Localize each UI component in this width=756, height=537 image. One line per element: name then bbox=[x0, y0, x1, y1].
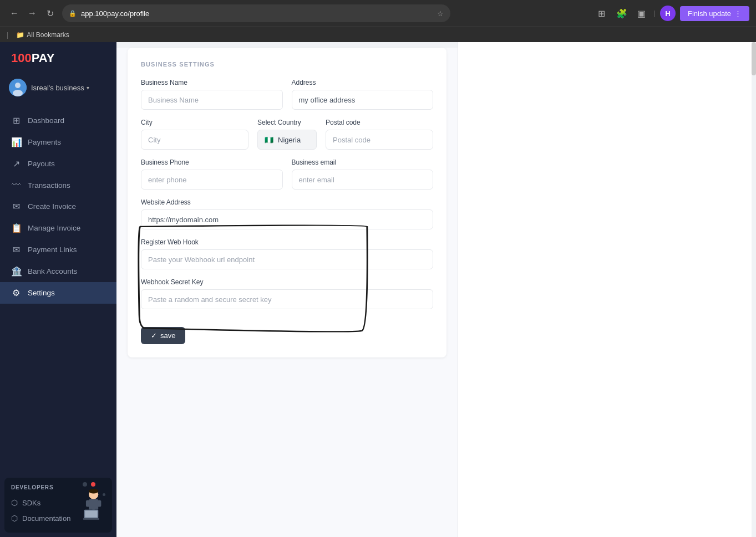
sidebar-item-label: Bank Accounts bbox=[28, 267, 77, 275]
dot-red bbox=[91, 482, 95, 487]
avatar-image bbox=[9, 79, 27, 96]
save-button-wrapper: ✓ save bbox=[141, 318, 433, 344]
main-content: BUSINESS SETTINGS Business Name Address bbox=[116, 42, 458, 537]
extensions-icon[interactable]: ⊞ bbox=[594, 6, 610, 21]
address-input[interactable] bbox=[292, 90, 434, 110]
sidebar-item-label: Settings bbox=[28, 289, 55, 297]
city-input[interactable] bbox=[141, 130, 248, 150]
payouts-icon: ↗ bbox=[11, 158, 21, 169]
sidebar-item-settings[interactable]: ⚙ Settings bbox=[0, 282, 116, 304]
city-group: City bbox=[141, 119, 248, 150]
webhook-group: Register Web Hook bbox=[141, 238, 433, 269]
sidebar-item-label: Dashboard bbox=[28, 116, 64, 125]
sidebar-item-payments[interactable]: 📊 Payments bbox=[0, 131, 116, 153]
business-phone-input[interactable] bbox=[141, 170, 283, 190]
finish-update-chevron: ⋮ bbox=[734, 9, 742, 18]
address-bar[interactable]: 🔒 app.100pay.co/profile ☆ bbox=[62, 4, 450, 22]
bookmarks-bar: | 📁 All Bookmarks bbox=[0, 27, 756, 42]
sidebar-item-transactions[interactable]: 〰 Transactions bbox=[0, 175, 116, 196]
avatar bbox=[9, 79, 27, 96]
city-label: City bbox=[141, 119, 248, 126]
business-email-group: Business email bbox=[292, 158, 434, 190]
svg-rect-10 bbox=[85, 510, 97, 517]
logo-text: 100PAY bbox=[11, 51, 54, 65]
sidebar-toggle-icon[interactable]: ▣ bbox=[634, 6, 650, 21]
scrollbar-track[interactable] bbox=[752, 42, 756, 537]
payments-icon: 📊 bbox=[11, 137, 21, 147]
save-button[interactable]: ✓ save bbox=[141, 327, 185, 344]
sidebar-item-payouts[interactable]: ↗ Payouts bbox=[0, 153, 116, 175]
logo-100: 100 bbox=[11, 51, 32, 65]
website-label: Website Address bbox=[141, 198, 433, 206]
scrollbar-thumb[interactable] bbox=[752, 42, 756, 75]
postal-code-input[interactable] bbox=[326, 130, 433, 150]
sidebar-item-label: Payments bbox=[28, 138, 61, 146]
form-row-1: Business Name Address bbox=[141, 79, 433, 110]
save-label: save bbox=[160, 331, 175, 340]
business-phone-label: Business Phone bbox=[141, 158, 283, 166]
settings-icon: ⚙ bbox=[11, 288, 21, 298]
puzzle-icon[interactable]: 🧩 bbox=[614, 6, 630, 21]
lock-icon: 🔒 bbox=[69, 10, 77, 17]
bookmarks-label: All Bookmarks bbox=[27, 31, 69, 39]
form-row-2: City Select Country 🇳🇬 Nigeria Postal co… bbox=[141, 119, 433, 150]
browser-actions: ⊞ 🧩 ▣ | H Finish update ⋮ bbox=[594, 6, 749, 21]
business-phone-group: Business Phone bbox=[141, 158, 283, 190]
webhook-secret-input[interactable] bbox=[141, 289, 433, 309]
back-button[interactable]: ← bbox=[7, 6, 22, 21]
browser-chrome: ← → ↻ 🔒 app.100pay.co/profile ☆ ⊞ 🧩 ▣ | … bbox=[0, 0, 756, 27]
website-group: Website Address bbox=[141, 198, 433, 229]
postal-code-label: Postal code bbox=[326, 119, 433, 126]
country-label: Select Country bbox=[257, 119, 317, 126]
developers-section: DEVELOPERS ⬡ SDKs ⬡ Documentation bbox=[4, 478, 112, 533]
manage-invoice-icon: 📋 bbox=[11, 223, 21, 233]
form-grid: Business Name Address City bbox=[141, 79, 433, 344]
webhook-label: Register Web Hook bbox=[141, 238, 433, 246]
user-name: Isreal's business ▾ bbox=[31, 84, 89, 92]
sidebar-item-manage-invoice[interactable]: 📋 Manage Invoice bbox=[0, 217, 116, 239]
business-email-label: Business email bbox=[292, 158, 434, 166]
separator: | bbox=[7, 31, 8, 39]
sidebar-item-bank-accounts[interactable]: 🏦 Bank Accounts bbox=[0, 260, 116, 282]
browser-nav-buttons: ← → ↻ bbox=[7, 6, 58, 21]
bookmark-star-icon[interactable]: ☆ bbox=[437, 9, 444, 18]
country-select[interactable]: 🇳🇬 Nigeria bbox=[257, 130, 317, 150]
documentation-icon: ⬡ bbox=[11, 514, 18, 523]
create-invoice-icon: ✉ bbox=[11, 201, 21, 212]
sidebar-item-label: Create Invoice bbox=[28, 202, 76, 211]
sidebar-item-dashboard[interactable]: ⊞ Dashboard bbox=[0, 110, 116, 131]
nav-items: ⊞ Dashboard 📊 Payments ↗ Payouts 〰 Trans… bbox=[0, 105, 116, 473]
user-avatar-browser: H bbox=[660, 6, 676, 21]
url-text: app.100pay.co/profile bbox=[81, 9, 433, 18]
app-layout: 100PAY Isreal's business ▾ ⊞ Dashboard bbox=[0, 42, 756, 537]
address-label: Address bbox=[292, 79, 434, 86]
dot-dark bbox=[83, 482, 87, 487]
webhook-input[interactable] bbox=[141, 249, 433, 269]
all-bookmarks-link[interactable]: 📁 All Bookmarks bbox=[13, 30, 73, 40]
logo-pay: PAY bbox=[32, 51, 55, 65]
forward-button[interactable]: → bbox=[24, 6, 40, 21]
sidebar: 100PAY Isreal's business ▾ ⊞ Dashboard bbox=[0, 42, 116, 537]
business-email-input[interactable] bbox=[292, 170, 434, 190]
country-group: Select Country 🇳🇬 Nigeria bbox=[257, 119, 317, 150]
svg-point-12 bbox=[89, 489, 98, 494]
user-section[interactable]: Isreal's business ▾ bbox=[0, 74, 116, 105]
refresh-button[interactable]: ↻ bbox=[42, 6, 58, 21]
webhook-secret-label: Webhook Secret Key bbox=[141, 278, 433, 286]
finish-update-label: Finish update bbox=[688, 9, 731, 18]
business-name-input[interactable] bbox=[141, 90, 283, 110]
top-spacer bbox=[116, 42, 458, 48]
finish-update-button[interactable]: Finish update ⋮ bbox=[680, 6, 749, 21]
chevron-down-icon: ▾ bbox=[87, 85, 89, 91]
sidebar-item-label: Payment Links bbox=[28, 246, 77, 254]
website-input[interactable] bbox=[141, 209, 433, 229]
dot-small bbox=[103, 493, 105, 496]
sidebar-item-create-invoice[interactable]: ✉ Create Invoice bbox=[0, 196, 116, 217]
main-wrapper: BUSINESS SETTINGS Business Name Address bbox=[116, 42, 756, 537]
svg-rect-4 bbox=[89, 499, 98, 510]
svg-rect-6 bbox=[98, 500, 102, 507]
logo: 100PAY bbox=[0, 42, 116, 74]
address-group: Address bbox=[292, 79, 434, 110]
sidebar-item-label: Transactions bbox=[28, 181, 70, 190]
sidebar-item-payment-links[interactable]: ✉ Payment Links bbox=[0, 239, 116, 260]
